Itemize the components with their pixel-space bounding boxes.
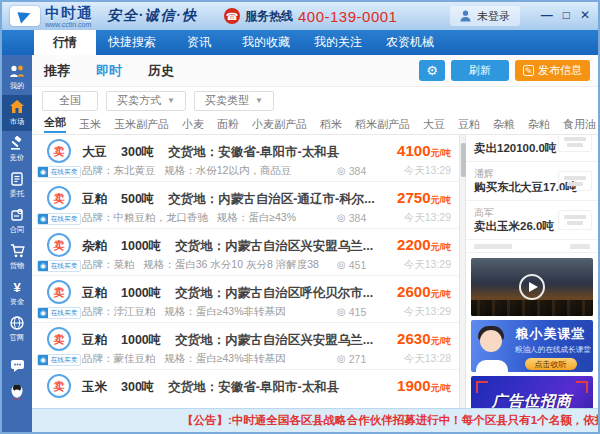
course-title: 粮小美课堂 [513,325,588,343]
host-avatar [474,326,510,372]
ticker-item-clipped [466,240,598,253]
listing-list: 卖 ◉在线买卖 大豆 300吨 交货地：安徽省-阜阳市-太和县 4100元/吨 … [32,135,459,432]
gavel-icon [9,136,25,150]
paperclip-icon [9,208,25,222]
sidebar-item-website[interactable]: 官网 [2,311,32,347]
ticker-item[interactable]: 潘辉 购买东北大豆17.0吨 [466,162,598,201]
post-time: 今天13:28 [389,352,451,366]
view-count: ◎384 [337,212,389,224]
sell-badge: 卖 [47,233,71,257]
trader-name: 高军 [474,206,554,219]
right-panel: 卖出120100.0吨 潘辉 购买东北大豆17.0吨 [466,135,598,432]
category-flour[interactable]: 面粉 [217,117,239,132]
listing-row[interactable]: 卖 ◉在线买卖 杂粕 1000吨 交货地：内蒙古自治区兴安盟乌兰... 2200… [32,229,459,276]
scrollbar-thumb[interactable] [461,143,466,177]
post-time: 今天13:29 [389,211,451,225]
trade-mode-filter[interactable]: 买卖方式▼ [106,91,186,111]
quantity: 300吨 [121,379,154,396]
product-name: 杂粕 [82,238,107,255]
tab-news[interactable]: 资讯 [168,30,230,55]
sidebar-item-bidding[interactable]: 竞价 [2,131,32,167]
online-trade-tag[interactable]: ◉在线买卖 [37,354,81,366]
product-name: 玉米 [82,379,107,396]
minimize-button[interactable]: — [541,8,553,22]
category-soybean[interactable]: 大豆 [423,117,445,132]
delivery-location: 交货地：内蒙古自治区兴安盟乌兰... [175,238,383,255]
category-soybean-meal[interactable]: 豆粕 [458,117,480,132]
close-button[interactable]: ✕ [580,8,590,22]
refresh-button[interactable]: 刷新 [451,60,509,81]
price: 2750元/吨 [397,190,451,208]
delivery-location: 交货地：安徽省-阜阳市-太和县 [168,144,383,161]
filter-bar: 全国 买卖方式▼ 买卖类型▼ [32,87,598,114]
ticker-item[interactable]: 高军 卖出玉米26.0吨 [466,201,598,240]
category-rice[interactable]: 稻米 [320,117,342,132]
main-nav: 行情 快捷搜索 资讯 我的收藏 我的关注 农资机械 [2,30,598,55]
trade-stamp [558,210,592,230]
subtab-history[interactable]: 历史 [148,62,174,80]
listing-row[interactable]: 卖 ◉在线买卖 豆粕 500吨 交货地：内蒙古自治区-通辽市-科尔... 275… [32,182,459,229]
play-icon[interactable] [519,274,545,300]
login-button[interactable]: 未登录 [450,6,520,26]
online-trade-tag[interactable]: ◉在线买卖 [37,260,81,272]
view-count: ◎415 [337,306,389,318]
product-name: 豆粕 [82,285,107,302]
listing-row[interactable]: 卖 ◉在线买卖 豆粕 1000吨 交货地：内蒙古自治区呼伦贝尔市... 2600… [32,276,459,323]
sidebar-item-goods[interactable]: 货物 [2,239,32,275]
tab-market-quotes[interactable]: 行情 [34,30,96,55]
view-count: ◎384 [337,165,389,177]
maximize-button[interactable]: □ [563,8,570,22]
category-wheat-byproducts[interactable]: 小麦副产品 [252,117,307,132]
sidebar-item-market[interactable]: 市场 [2,95,32,131]
brand-spec: 品牌：蒙佳豆粕 规格：蛋白≥43%非转基因 [82,352,337,366]
tab-favorites[interactable]: 我的收藏 [230,30,302,55]
title-bar: 中时通 www.cctin.com 安全·诚信·快 ☎ 服务热线 400-139… [2,2,598,30]
online-trade-tag[interactable]: ◉在线买卖 [37,307,81,319]
login-status: 未登录 [477,9,510,24]
ticker-item[interactable]: 卖出120100.0吨 [466,135,598,162]
online-trade-icon: ◉ [38,214,48,224]
online-trade-tag[interactable]: ◉在线买卖 [37,166,81,178]
document-icon [9,172,25,186]
subtab-realtime[interactable]: 即时 [96,62,122,80]
window-controls: — □ ✕ [541,8,590,22]
category-misc-meal[interactable]: 杂粕 [528,117,550,132]
category-corn[interactable]: 玉米 [79,117,101,132]
category-corn-byproducts[interactable]: 玉米副产品 [114,117,169,132]
tab-agri-machinery[interactable]: 农资机械 [374,30,446,55]
category-all[interactable]: 全部 [44,115,66,133]
category-edible-oil[interactable]: 食用油 [563,117,596,132]
category-wheat[interactable]: 小麦 [182,117,204,132]
sidebar-item-contract[interactable]: 合同 [2,203,32,239]
listing-row[interactable]: 卖 ◉在线买卖 大豆 300吨 交货地：安徽省-阜阳市-太和县 4100元/吨 … [32,135,459,182]
announcement-bar[interactable]: 【公告】:中时通全国各区县战略合作伙伴招募进行中！每个区县只有1个名额，依托中时… [32,408,598,432]
vertical-scrollbar[interactable] [459,135,466,432]
settings-button[interactable]: ⚙ [419,60,445,81]
listing-row[interactable]: 卖 ◉在线买卖 豆粕 1000吨 交货地：内蒙古自治区兴安盟乌兰... 2630… [32,323,459,370]
sidebar-item-entrust[interactable]: 委托 [2,167,32,203]
chat-icon [9,358,25,372]
category-bar: 全部 玉米 玉米副产品 小麦 面粉 小麦副产品 稻米 稻米副产品 大豆 豆粕 杂… [32,114,598,135]
price: 2600元/吨 [397,284,451,302]
video-thumbnail[interactable] [471,258,593,316]
region-filter[interactable]: 全国 [42,91,98,111]
online-trade-tag[interactable]: ◉在线买卖 [37,213,81,225]
category-misc-grain[interactable]: 杂粮 [493,117,515,132]
sidebar-item-funds[interactable]: ¥ 资金 [2,275,32,311]
delivery-location: 交货地：安徽省-阜阳市-太和县 [168,379,383,396]
category-rice-byproducts[interactable]: 稻米副产品 [355,117,410,132]
trade-type-filter[interactable]: 买卖类型▼ [194,91,274,111]
yen-icon: ¥ [9,280,25,294]
subtab-recommended[interactable]: 推荐 [44,62,70,80]
tab-following[interactable]: 我的关注 [302,30,374,55]
delivery-location: 交货地：内蒙古自治区-通辽市-科尔... [168,191,383,208]
course-banner[interactable]: 粮小美课堂 粮油人的在线成长课堂 点击收听 [471,320,593,372]
listen-button[interactable]: 点击收听 [525,358,577,370]
sidebar-item-messages[interactable] [2,353,32,376]
publish-info-button[interactable]: ✎ 发布信息 [515,60,590,81]
sidebar-item-qq[interactable] [2,380,32,403]
post-time: 今天13:29 [389,258,451,272]
tab-quick-search[interactable]: 快捷搜索 [96,30,168,55]
sidebar-item-mine[interactable]: 我的 [2,59,32,95]
trader-name: 潘辉 [474,167,558,180]
